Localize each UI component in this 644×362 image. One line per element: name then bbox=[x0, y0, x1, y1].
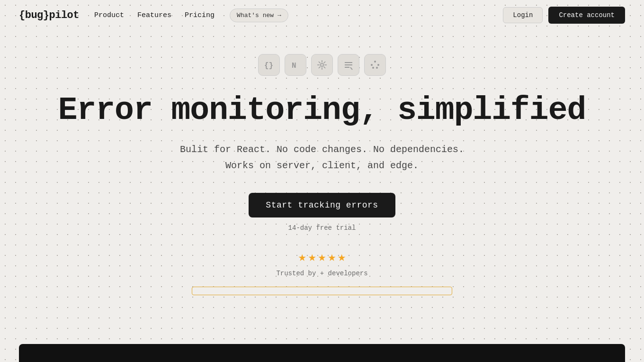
svg-point-16 bbox=[377, 64, 379, 66]
framework-icon-asterisk bbox=[311, 54, 333, 76]
svg-line-8 bbox=[324, 67, 326, 69]
nav-features[interactable]: Features bbox=[137, 11, 171, 19]
svg-line-9 bbox=[324, 62, 326, 63]
framework-icon-remix bbox=[338, 54, 359, 76]
star-3: ★ bbox=[318, 249, 326, 265]
subheadline-line2: Works on server, client, and edge. bbox=[225, 160, 419, 171]
whats-new-label: What's new → bbox=[237, 12, 281, 19]
star-4: ★ bbox=[328, 249, 336, 265]
nav-links: Product Features Pricing bbox=[94, 11, 215, 19]
hero-section: {} N bbox=[0, 30, 644, 324]
svg-point-14 bbox=[374, 61, 376, 63]
star-5: ★ bbox=[338, 249, 346, 265]
framework-icon-next: N bbox=[285, 54, 306, 76]
login-button[interactable]: Login bbox=[503, 7, 543, 23]
svg-line-10 bbox=[319, 67, 321, 69]
nav-left: {bug}pilot Product Features Pricing What… bbox=[19, 9, 288, 22]
svg-point-17 bbox=[372, 67, 374, 69]
create-account-button[interactable]: Create account bbox=[548, 7, 625, 24]
hero-subheadline: Bulit for React. No code changes. No dep… bbox=[180, 142, 464, 174]
whats-new-badge[interactable]: What's new → bbox=[230, 9, 288, 22]
hero-headline: Error monitoring, simplified bbox=[58, 93, 586, 128]
start-tracking-button[interactable]: Start tracking errors bbox=[249, 193, 395, 217]
trusted-text: Trusted by + developers bbox=[276, 270, 367, 277]
svg-text:N: N bbox=[292, 62, 296, 70]
framework-icons-row: {} N bbox=[258, 54, 386, 76]
svg-line-7 bbox=[319, 62, 321, 63]
bottom-preview-strip bbox=[19, 344, 625, 362]
svg-point-15 bbox=[371, 64, 373, 66]
star-2: ★ bbox=[308, 249, 316, 265]
trial-text: 14-day free trial bbox=[288, 224, 356, 232]
subheadline-line1: Bulit for React. No code changes. No dep… bbox=[180, 144, 464, 155]
logo[interactable]: {bug}pilot bbox=[19, 9, 79, 21]
stars-row: ★ ★ ★ ★ ★ bbox=[298, 249, 346, 265]
svg-point-18 bbox=[376, 67, 378, 69]
nav-pricing[interactable]: Pricing bbox=[185, 11, 215, 19]
star-1: ★ bbox=[298, 249, 306, 265]
svg-text:{}: {} bbox=[264, 62, 273, 70]
svg-point-2 bbox=[321, 63, 323, 66]
framework-icon-curly: {} bbox=[258, 54, 280, 76]
navbar: {bug}pilot Product Features Pricing What… bbox=[0, 0, 644, 30]
framework-icon-splat bbox=[364, 54, 386, 76]
review-bar bbox=[192, 287, 452, 295]
nav-right: Login Create account bbox=[503, 7, 625, 24]
nav-product[interactable]: Product bbox=[94, 11, 124, 19]
